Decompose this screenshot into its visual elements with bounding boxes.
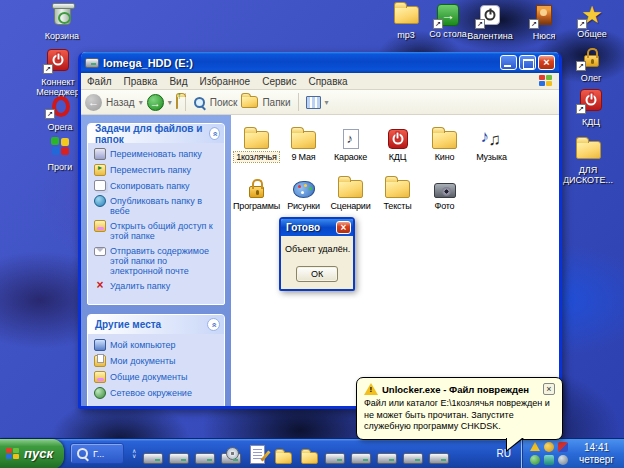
start-button[interactable]: пуск	[0, 439, 64, 468]
folder-item[interactable]: ♪♫Музыка	[468, 123, 515, 162]
task-copy[interactable]: Скопировать папку	[94, 181, 220, 191]
search-button-label[interactable]: Поиск	[210, 97, 238, 108]
desktop-icon-label: Общее	[560, 29, 624, 39]
clock[interactable]: 14:41 четверг	[575, 442, 618, 466]
place-my-computer[interactable]: Мой компьютер	[94, 340, 220, 351]
forward-icon[interactable]: →	[147, 94, 164, 111]
dialog-close-button[interactable]: ×	[336, 221, 351, 234]
tray-gray-icon[interactable]	[558, 455, 568, 465]
tray-coin-icon[interactable]	[544, 442, 554, 452]
menu-tools[interactable]: Сервис	[262, 76, 296, 87]
quicklaunch-drive-icon[interactable]	[377, 444, 397, 464]
task-share[interactable]: Открыть общий доступ к этой папке	[94, 221, 220, 241]
quicklaunch-folder-icon[interactable]	[273, 444, 293, 464]
desktop-icon-obshee[interactable]: ★ Общее	[560, 3, 624, 39]
desktop-icon-kdc[interactable]: КДЦ	[559, 88, 623, 127]
folder-item[interactable]: Тексты	[374, 172, 421, 211]
quicklaunch-drive-icon[interactable]	[351, 444, 371, 464]
quicklaunch-drive-icon[interactable]	[143, 444, 163, 464]
maximize-button[interactable]	[519, 55, 536, 70]
tray-teal-icon[interactable]	[544, 455, 554, 465]
menu-file[interactable]: Файл	[87, 76, 112, 87]
task-move[interactable]: Переместить папку	[94, 165, 220, 176]
folder-item[interactable]: Фото	[421, 172, 468, 211]
folder-item[interactable]: КДЦ	[374, 123, 421, 162]
search-icon[interactable]	[193, 96, 206, 109]
menu-favorites[interactable]: Избранное	[199, 76, 250, 87]
email-icon	[94, 247, 106, 256]
taskbar-window-button[interactable]: Г...	[70, 443, 124, 464]
views-dropdown-icon[interactable]: ▾	[325, 98, 329, 107]
tray-warning-icon[interactable]	[530, 442, 540, 452]
documents-icon	[94, 355, 106, 367]
minimize-button[interactable]	[500, 55, 517, 70]
balloon-close-icon[interactable]: ×	[543, 383, 555, 395]
apps-group-icon	[50, 136, 70, 156]
task-rename[interactable]: Переименовать папку	[94, 149, 220, 160]
quicklaunch-drive-icon[interactable]	[169, 444, 189, 464]
menu-edit[interactable]: Правка	[124, 76, 158, 87]
quicklaunch-drive-icon[interactable]	[429, 444, 449, 464]
desktop-icon-oleg[interactable]: Олег	[559, 45, 623, 83]
tray-green-icon[interactable]	[530, 455, 540, 465]
quicklaunch-notepad-icon[interactable]	[247, 444, 267, 464]
task-delete[interactable]: ×Удалить папку	[94, 281, 220, 292]
folder-item[interactable]: Программы	[233, 172, 280, 211]
task-label: Переименовать папку	[110, 149, 202, 159]
folder-label: 9 Мая	[290, 152, 318, 162]
toolbar: ← Назад ▾ → ▾ ↑ Поиск Папки ▾	[81, 90, 559, 115]
folder-item[interactable]: Сценарии	[327, 172, 374, 211]
menu-help[interactable]: Справка	[308, 76, 347, 87]
desktop-icon-disco[interactable]: ДЛЯ ДИСКОТЕ...	[556, 138, 620, 185]
place-network[interactable]: Сетевое окружение	[94, 388, 220, 399]
folders-button-label[interactable]: Папки	[262, 97, 290, 108]
music-notes-icon: ♪♫	[481, 127, 503, 149]
music-page-icon: ♪	[343, 129, 359, 149]
folder-label: Караоке	[332, 152, 369, 162]
connect-manager-icon	[47, 49, 69, 71]
window-titlebar[interactable]: Iomega_HDD (E:) ×	[81, 52, 559, 73]
quicklaunch-cd-drive-icon[interactable]	[221, 444, 241, 464]
quicklaunch-drive-icon[interactable]	[403, 444, 423, 464]
forward-dropdown-icon[interactable]: ▾	[168, 98, 172, 107]
menu-view[interactable]: Вид	[169, 76, 187, 87]
collapse-chevron-icon[interactable]: »	[209, 127, 220, 140]
up-button[interactable]: ↑	[176, 97, 178, 108]
quicklaunch-chevrons[interactable]: ∧∨	[132, 449, 136, 459]
back-button-label[interactable]: Назад	[106, 97, 135, 108]
picture-icon	[536, 5, 552, 25]
back-dropdown-icon[interactable]: ▾	[139, 98, 143, 107]
views-icon[interactable]	[306, 96, 321, 109]
back-icon[interactable]: ←	[85, 94, 102, 111]
desktop-icon-recycle-bin[interactable]: Корзина	[30, 3, 94, 41]
tray-multicolor-icon[interactable]	[558, 442, 568, 452]
close-button[interactable]: ×	[538, 55, 555, 70]
place-shared-documents[interactable]: Общие документы	[94, 372, 220, 383]
folder-item[interactable]: Рисунки	[280, 172, 327, 211]
folder-label: Тексты	[382, 201, 414, 211]
task-email[interactable]: Отправить содержимое этой папки по элект…	[94, 246, 220, 276]
quicklaunch-drive-icon[interactable]	[195, 444, 215, 464]
folder-item[interactable]: 9 Мая	[280, 123, 327, 162]
file-tasks-box: Задачи для файлов и папок » Переименоват…	[87, 123, 225, 305]
file-tasks-header[interactable]: Задачи для файлов и папок »	[88, 124, 224, 143]
folder-icon	[432, 131, 457, 149]
folder-item[interactable]: ♪Караоке	[327, 123, 374, 162]
folder-label: Кино	[433, 152, 456, 162]
collapse-chevron-icon[interactable]: »	[207, 318, 220, 331]
task-label: Переместить папку	[110, 165, 191, 175]
ok-button[interactable]: ОК	[296, 266, 338, 282]
folder-label: Программы	[231, 201, 282, 211]
share-folder-icon	[94, 220, 106, 232]
folders-icon[interactable]	[241, 96, 258, 108]
other-places-header[interactable]: Другие места »	[88, 315, 224, 334]
dialog-titlebar[interactable]: Готово ×	[281, 219, 353, 236]
folder-item[interactable]: 1козлячья	[233, 123, 280, 162]
delete-x-icon: ×	[94, 280, 106, 292]
folder-item[interactable]: Кино	[421, 123, 468, 162]
place-my-documents[interactable]: Мои документы	[94, 356, 220, 367]
quicklaunch-folder-icon[interactable]	[299, 444, 319, 464]
quicklaunch-drive-icon[interactable]	[325, 444, 345, 464]
task-label: Скопировать папку	[110, 181, 190, 191]
task-publish[interactable]: Опубликовать папку в вебе	[94, 196, 220, 216]
